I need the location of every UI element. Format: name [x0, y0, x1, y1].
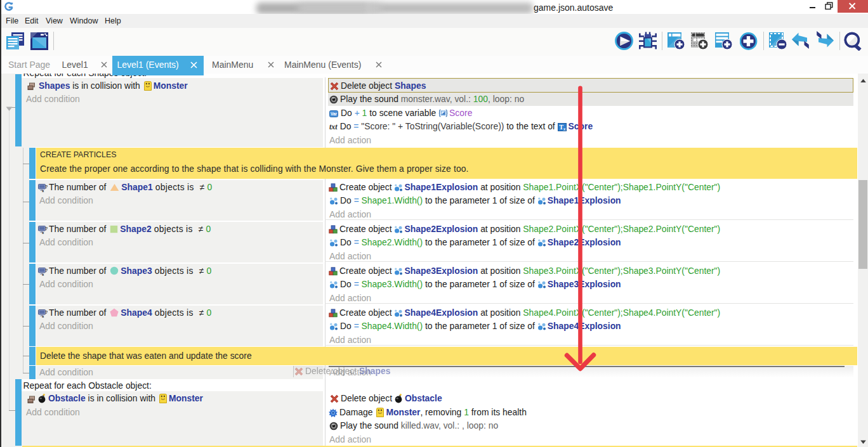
- svg-text:?: ?: [45, 310, 48, 314]
- svg-text:?: ?: [45, 226, 48, 231]
- svg-text:?: ?: [45, 185, 48, 189]
- svg-text:Var: Var: [331, 112, 338, 116]
- svg-text:?: ?: [45, 268, 48, 273]
